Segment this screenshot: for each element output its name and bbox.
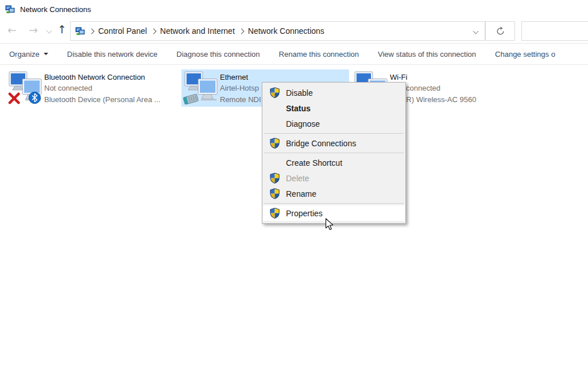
title-bar: Network Connections xyxy=(0,0,588,18)
change-settings-button[interactable]: Change settings o xyxy=(495,50,555,59)
menu-item-label: Disable xyxy=(286,88,313,98)
address-dropdown-chevron-icon[interactable] xyxy=(473,28,479,34)
menu-separator xyxy=(264,203,404,204)
rename-connection-button[interactable]: Rename this connection xyxy=(279,50,359,59)
connection-status: Airtel-Hotsp xyxy=(220,83,261,94)
address-bar[interactable]: Control Panel Network and Internet Netwo… xyxy=(70,21,485,41)
breadcrumb-chevron-icon[interactable] xyxy=(238,28,244,34)
menu-item-create-shortcut[interactable]: Create Shortcut xyxy=(263,155,405,170)
menu-item-delete: Delete xyxy=(263,170,405,186)
breadcrumb-chevron-icon[interactable] xyxy=(150,28,156,34)
up-icon[interactable]: ↑ xyxy=(57,24,67,35)
menu-item-diagnose[interactable]: Diagnose xyxy=(263,116,405,131)
diagnose-connection-button[interactable]: Diagnose this connection xyxy=(176,50,260,59)
uac-shield-icon xyxy=(269,188,280,199)
ethernet-network-icon xyxy=(183,71,219,104)
tile-text: Bluetooth Network Connection Not connect… xyxy=(44,72,160,106)
uac-shield-icon xyxy=(269,208,280,219)
menu-item-label: Diagnose xyxy=(286,119,320,129)
refresh-button[interactable] xyxy=(485,21,515,41)
view-status-button[interactable]: View status of this connection xyxy=(378,50,476,59)
menu-item-disable[interactable]: Disable xyxy=(263,85,405,100)
network-connections-icon xyxy=(75,27,85,36)
menu-item-label: Status xyxy=(286,104,311,113)
mouse-cursor-icon xyxy=(325,218,334,231)
organize-button[interactable]: Organize xyxy=(9,50,48,59)
menu-separator xyxy=(264,153,404,153)
connection-device: Remote NDI xyxy=(220,94,261,106)
menu-item-status[interactable]: Status xyxy=(263,100,405,116)
disable-device-button[interactable]: Disable this network device xyxy=(67,50,158,59)
connection-name: Ethernet xyxy=(220,72,261,83)
connection-device: Bluetooth Device (Personal Area ... xyxy=(44,94,160,106)
recent-pages-chevron-icon[interactable] xyxy=(47,28,52,34)
back-icon[interactable]: ← xyxy=(7,25,17,36)
refresh-icon xyxy=(496,26,505,36)
menu-item-label: Properties xyxy=(286,209,323,218)
search-box[interactable] xyxy=(521,21,588,41)
menu-item-label: Bridge Connections xyxy=(286,139,356,148)
breadcrumb-network-and-internet[interactable]: Network and Internet xyxy=(160,26,235,36)
menu-item-bridge-connections[interactable]: Bridge Connections xyxy=(263,135,405,151)
breadcrumb-network-connections[interactable]: Network Connections xyxy=(248,26,324,36)
uac-shield-icon xyxy=(269,138,280,149)
menu-item-label: Delete xyxy=(286,174,309,183)
breadcrumb-chevron-icon[interactable] xyxy=(89,28,95,34)
connection-device: (R) Wireless-AC 9560 xyxy=(404,94,476,106)
forward-icon[interactable]: → xyxy=(29,25,38,36)
uac-shield-icon xyxy=(269,173,280,184)
menu-item-rename[interactable]: Rename xyxy=(263,186,405,201)
uac-shield-icon xyxy=(269,87,280,98)
network-connections-icon xyxy=(5,5,15,14)
connection-name: Wi-Fi xyxy=(390,72,476,83)
search-input[interactable] xyxy=(522,22,588,40)
breadcrumb-control-panel[interactable]: Control Panel xyxy=(98,26,147,36)
connection-status: Not connected xyxy=(44,83,160,94)
command-toolbar: Organize Disable this network device Dia… xyxy=(0,44,588,65)
bluetooth-network-icon xyxy=(7,71,43,104)
connection-status: connected xyxy=(406,83,476,94)
connection-name: Bluetooth Network Connection xyxy=(44,72,160,83)
organize-label: Organize xyxy=(9,50,40,59)
context-menu: Disable Status Diagnose Bridge Connectio… xyxy=(262,82,406,224)
network-connections-window: Network Connections ← → ↑ Control Panel … xyxy=(0,0,588,366)
menu-item-label: Create Shortcut xyxy=(286,158,342,168)
menu-item-label: Rename xyxy=(286,189,316,198)
window-title: Network Connections xyxy=(20,5,91,14)
menu-separator xyxy=(264,133,404,134)
tile-text: Ethernet Airtel-Hotsp Remote NDI xyxy=(220,72,261,106)
connection-tile-bluetooth[interactable]: Bluetooth Network Connection Not connect… xyxy=(6,69,177,107)
chevron-down-icon xyxy=(44,53,48,55)
